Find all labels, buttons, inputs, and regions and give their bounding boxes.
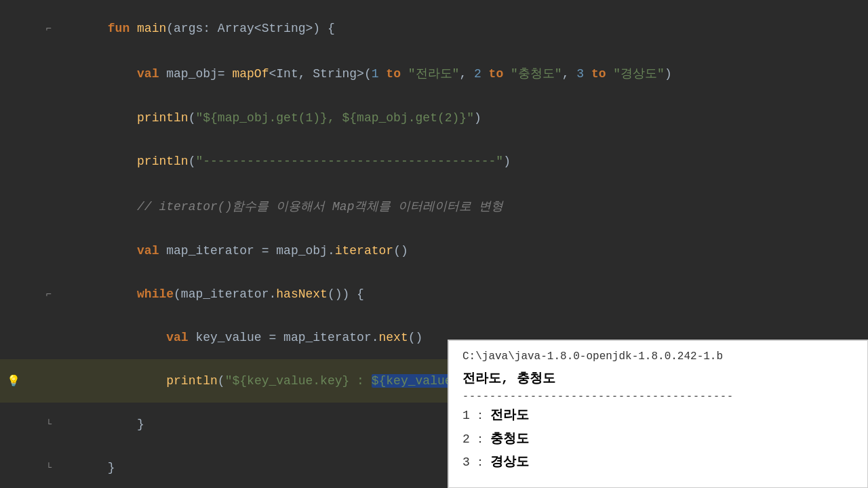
plain-2e: , <box>459 67 474 81</box>
output-line1: 전라도, 충청도 <box>462 368 854 390</box>
code-line-5: // iterator()함수를 이용해서 Map객체를 이터레이터로 변형 <box>0 183 868 229</box>
output-colon-1: ： <box>474 405 486 426</box>
indent-2 <box>108 67 137 81</box>
line-content-3: println("${map_obj.get(1)}, ${map_obj.ge… <box>61 98 868 138</box>
fn-println-3: println <box>137 111 189 125</box>
gutter-7: ⌐ <box>0 289 61 300</box>
output-num-2: 2 <box>462 428 470 450</box>
line-content-2: val map_obj= mapOf<Int, String>(1 to "전라… <box>61 52 868 95</box>
fn-mapOf: mapOf <box>232 67 269 81</box>
plain-3b: ) <box>474 111 481 125</box>
fold-icon-11[interactable]: └ <box>46 462 52 473</box>
to-kw-1: to <box>386 67 401 81</box>
plain-2h: , <box>562 67 577 81</box>
gutter-1: ⌐ <box>0 23 61 34</box>
indent-3 <box>108 111 137 125</box>
editor-area: ⌐ fun main(args: Array<String>) { val ma… <box>0 0 868 488</box>
output-entry-1: 1 ： 전라도 <box>462 404 854 427</box>
output-colon-3: ： <box>474 451 486 473</box>
fn-println-4: println <box>137 155 189 168</box>
code-line-7: ⌐ while(map_iterator.hasNext()) { <box>0 272 868 316</box>
str-chung: "충청도" <box>511 67 562 81</box>
fn-next: next <box>379 331 408 344</box>
plain-4a: ( <box>189 155 196 168</box>
str-gyeong: "경상도" <box>613 67 665 81</box>
to-kw-3: to <box>591 67 606 81</box>
output-val-2: 충청도 <box>490 428 529 451</box>
plain-2c <box>379 67 387 81</box>
plain-3a: ( <box>189 111 196 125</box>
fn-hasNext: hasNext <box>276 287 328 301</box>
function-name-main: main <box>137 22 166 35</box>
comment-5: // iterator()함수를 이용해서 Map객체를 이터레이터로 변형 <box>137 200 503 214</box>
keyword-fun: fun <box>108 22 137 35</box>
line-content-7: while(map_iterator.hasNext()) { <box>61 274 868 314</box>
indent-7 <box>108 287 137 301</box>
indent-9 <box>108 374 166 388</box>
plain-9a: ( <box>218 374 225 388</box>
indent-6 <box>108 244 137 258</box>
output-val-3: 경상도 <box>490 451 529 474</box>
code-line-4: println("-------------------------------… <box>0 140 868 183</box>
indent-5 <box>108 200 137 214</box>
output-entry-2: 2 ： 충청도 <box>462 428 854 451</box>
gutter-11: └ <box>0 462 61 473</box>
keyword-while: while <box>137 287 174 301</box>
plain-4b: ) <box>503 155 511 168</box>
code-line-3: println("${map_obj.get(1)}, ${map_obj.ge… <box>0 96 868 140</box>
plain-2f <box>481 67 489 81</box>
output-colon-2: ： <box>474 428 486 450</box>
indent-10 <box>108 418 137 431</box>
output-num-3: 3 <box>462 451 470 473</box>
fn-iterator: iterator <box>335 244 393 258</box>
output-divider: ---------------------------------------- <box>462 391 854 403</box>
keyword-val-8: val <box>166 331 195 344</box>
plain-2a: map_obj= <box>166 67 232 81</box>
to-kw-2: to <box>489 67 504 81</box>
output-panel: C:\java\java-1.8.0-openjdk-1.8.0.242-1.b… <box>448 340 868 488</box>
plain-8a: key_value = map_iterator. <box>195 331 378 344</box>
output-entry-3: 3 ： 경상도 <box>462 451 854 474</box>
line-content-5: // iterator()함수를 이용해서 Map객체를 이터레이터로 변형 <box>61 184 868 228</box>
keyword-val-2: val <box>137 67 166 81</box>
line-content-6: val map_iterator = map_obj.iterator() <box>61 230 868 271</box>
fold-icon-1[interactable]: ⌐ <box>46 23 52 34</box>
plain-1: (args: Array<String>) { <box>166 22 334 35</box>
plain-2i <box>584 67 591 81</box>
num-1: 1 <box>372 67 379 81</box>
closing-brace-10: } <box>137 418 144 431</box>
line-content-1: fun main(args: Array<String>) { <box>61 8 868 49</box>
plain-7b: ()) { <box>328 287 364 301</box>
plain-6a: map_iterator = map_obj. <box>166 244 334 258</box>
plain-8b: () <box>408 331 423 344</box>
plain-2k: ) <box>665 67 672 81</box>
plain-2d <box>401 67 408 81</box>
indent-8 <box>108 331 166 344</box>
str-before-sel: "${key_value.key} : <box>225 374 372 388</box>
bulb-icon: 💡 <box>7 374 20 388</box>
closing-brace-11: } <box>108 461 115 474</box>
code-line-6: val map_iterator = map_obj.iterator() <box>0 229 868 272</box>
output-path: C:\java\java-1.8.0-openjdk-1.8.0.242-1.b <box>462 350 854 363</box>
plain-6b: () <box>393 244 408 258</box>
indent-4 <box>108 155 137 168</box>
plain-2g <box>503 67 511 81</box>
line-content-4: println("-------------------------------… <box>61 141 868 182</box>
code-line-2: val map_obj= mapOf<Int, String>(1 to "전라… <box>0 50 868 96</box>
fn-println-9: println <box>166 374 218 388</box>
output-num-1: 1 <box>462 405 470 426</box>
plain-7a: (map_iterator. <box>174 287 276 301</box>
plain-2j <box>606 67 613 81</box>
str-dashes: "---------------------------------------… <box>195 155 503 168</box>
gutter-10: └ <box>0 419 61 430</box>
str-println-3: "${map_obj.get(1)}, ${map_obj.get(2)}" <box>195 111 473 125</box>
fold-icon-7[interactable]: ⌐ <box>46 289 52 300</box>
keyword-val-6: val <box>137 244 166 258</box>
plain-2b: <Int, String>( <box>269 67 371 81</box>
str-jeonla: "전라도" <box>408 67 460 81</box>
code-line-1: ⌐ fun main(args: Array<String>) { <box>0 7 868 50</box>
output-val-1: 전라도 <box>490 404 529 427</box>
num-2: 2 <box>474 67 481 81</box>
fold-icon-10[interactable]: └ <box>46 419 52 430</box>
num-3: 3 <box>576 67 584 81</box>
